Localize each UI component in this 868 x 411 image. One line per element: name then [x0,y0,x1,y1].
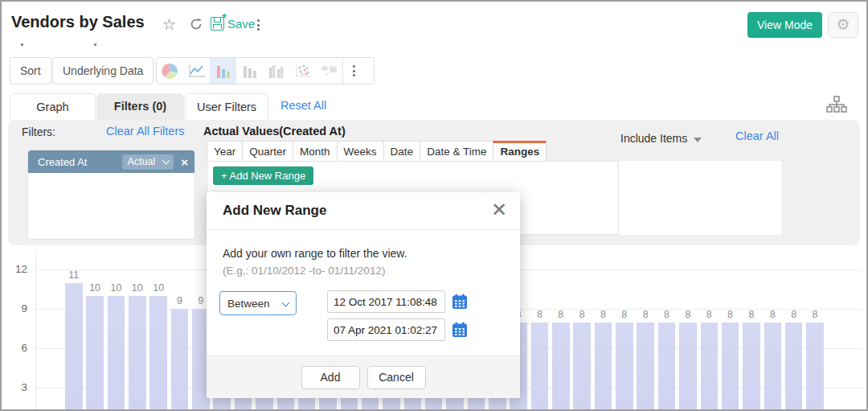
clear-all-link[interactable]: Clear All [735,129,779,142]
tab-weeks[interactable]: Weeks [337,141,384,162]
tab-year[interactable]: Year [207,141,243,162]
tab-quarter[interactable]: Quarter [242,141,293,162]
tab-date-time[interactable]: Date & Time [420,141,493,162]
calendar-icon[interactable] [452,294,468,310]
app-window: 1110101010999999999888888888888888888888… [0,0,868,411]
grouped-bar-chart-icon[interactable] [263,58,289,84]
bar[interactable] [129,296,146,411]
bar[interactable] [785,323,803,411]
filters-label: Filters: [22,125,55,138]
settings-gear-icon[interactable]: ⚙ [828,12,858,38]
chart-types-more-icon[interactable] [343,58,364,84]
bar[interactable] [806,323,824,411]
calendar-icon[interactable] [452,322,468,338]
refresh-icon[interactable] [189,17,203,35]
actual-values-title: Actual Values(Created At) [203,125,346,138]
to-date-input[interactable]: 07 Apr 2021 01:02:27 [327,319,445,341]
include-items-label: Include Items [620,132,687,145]
add-button[interactable]: Add [301,366,360,389]
save-button[interactable]: Save [211,17,255,31]
chevron-down-icon [282,298,290,306]
dialog-footer: Add Cancel [207,356,520,398]
bar-chart-gray-icon[interactable] [236,58,263,84]
page-title: Vendors by Sales [11,13,145,31]
bar-value-label: 10 [146,282,170,294]
operator-select[interactable]: Between [219,291,297,315]
underlying-data-button[interactable]: Underlying Data [52,57,154,84]
bar[interactable] [616,323,633,411]
operator-value: Between [227,298,270,310]
remove-filter-icon[interactable]: × [181,155,188,169]
tab-date[interactable]: Date [383,141,421,162]
tab-filters[interactable]: Filters (0) [96,93,184,120]
chevron-down-icon [162,157,170,165]
scatter-chart-icon[interactable] [289,58,316,84]
unsaved-asterisk: * [222,10,227,24]
include-items-dropdown[interactable]: Include Items [620,132,702,145]
included-items-list [619,161,781,235]
bar[interactable] [149,296,167,411]
clear-all-filters-link[interactable]: Clear All Filters [106,125,185,138]
view-mode-button[interactable]: View Mode [747,12,822,38]
filter-column-list: Created At Actual × [28,150,194,239]
cancel-button[interactable]: Cancel [367,366,426,389]
from-date-input[interactable]: 12 Oct 2017 11:08:48 [327,290,445,313]
tab-user-filters[interactable]: User Filters [185,93,268,120]
bar[interactable] [764,323,782,411]
bar[interactable] [171,309,189,411]
y-axis-tick-label: 9 [5,302,27,314]
more-options-icon[interactable] [257,19,260,31]
bar-chart-icon-selected[interactable] [210,58,236,84]
bar[interactable] [108,296,125,411]
bar[interactable] [86,296,104,411]
dialog-example: (E.g,: 01/10/2012 -to- 01/11/2012) [223,265,385,277]
favorite-star-icon[interactable]: ☆ [162,15,176,34]
map-chart-icon[interactable] [316,58,342,84]
line-chart-icon[interactable] [183,58,210,84]
bar[interactable] [679,323,697,411]
caret-down-icon [694,138,702,142]
splitter-dot [94,43,96,46]
save-label: Save [227,17,255,31]
close-icon[interactable]: ✕ [491,199,507,221]
y-axis-tick-label: 12 [5,263,27,275]
date-granularity-tabs: Year Quarter Month Weeks Date Date & Tim… [207,141,547,162]
dialog-header: Add New Range ✕ [207,192,520,230]
hierarchy-icon[interactable] [826,96,847,117]
bar[interactable] [531,323,549,411]
add-new-range-button[interactable]: + Add New Range [213,166,313,185]
bar[interactable] [743,323,760,411]
filter-chip-created-at[interactable]: Created At Actual × [28,150,194,173]
bar[interactable] [658,323,676,411]
chart-type-toolbar [156,57,375,84]
pie-chart-icon[interactable] [157,58,183,84]
bar-value-label: 8 [803,309,827,320]
y-axis-tick-label: 3 [5,381,27,393]
add-new-range-dialog: Add New Range ✕ Add your own range to fi… [207,192,520,398]
bar[interactable] [552,323,570,411]
filter-mode-value: Actual [127,156,155,167]
bar[interactable] [701,323,719,411]
bar[interactable] [595,323,612,411]
bar[interactable] [65,283,83,411]
tab-month[interactable]: Month [293,141,338,162]
bar[interactable] [573,323,591,411]
bar-value-label: 11 [62,269,86,281]
sort-button[interactable]: Sort [10,57,51,84]
tab-graph[interactable]: Graph [10,93,96,120]
dialog-description: Add your own range to filter the view. [223,247,407,260]
filter-chip-label: Created At [38,156,87,168]
y-axis-line [35,249,36,411]
bar[interactable] [637,323,654,411]
reset-all-link[interactable]: Reset All [280,99,326,112]
dialog-title: Add New Range [223,203,326,219]
tab-ranges[interactable]: Ranges [493,141,547,162]
splitter-dot [21,43,23,46]
y-axis-tick-label: 6 [5,342,27,354]
filter-mode-dropdown[interactable]: Actual [122,154,174,170]
bar[interactable] [722,323,739,411]
